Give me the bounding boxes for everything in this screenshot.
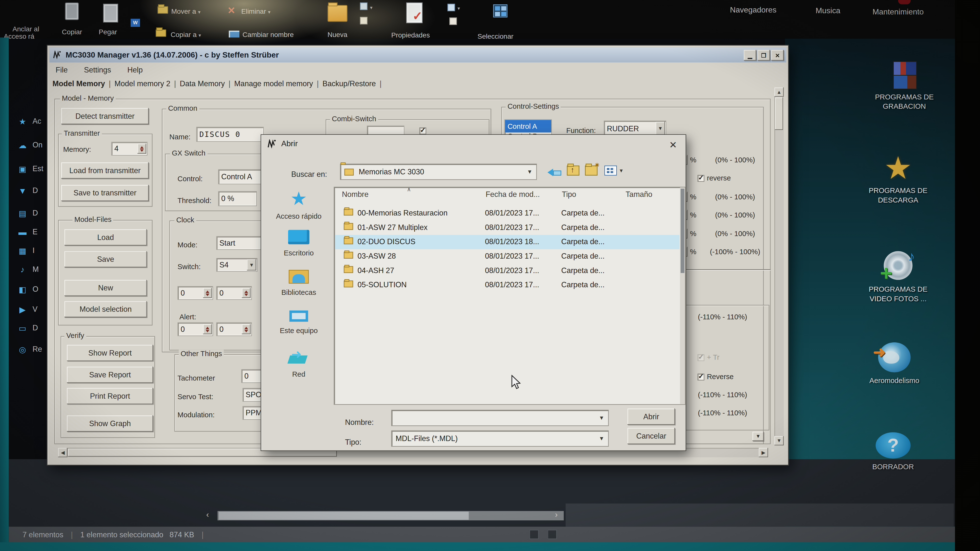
- explorer-nav-item-10[interactable]: ▭D: [18, 323, 38, 333]
- menu-settings[interactable]: Settings: [84, 66, 111, 75]
- save-report-button[interactable]: Save Report: [67, 367, 153, 383]
- tab-model-memory-2[interactable]: Model memory 2: [115, 79, 170, 88]
- scroll-up-icon[interactable]: ▲: [775, 87, 784, 97]
- explorer-nav-item-8[interactable]: ◧O: [18, 284, 38, 294]
- sidebar-item-este-equipo[interactable]: Este equipo: [266, 311, 331, 334]
- file-row-1[interactable]: 01-ASW 27 Multiplex08/01/2023 17...Carpe…: [335, 221, 679, 235]
- chevron-down-icon[interactable]: ▼: [655, 122, 665, 135]
- copy-to-button[interactable]: Copiar a ▾: [170, 30, 201, 38]
- look-in-dropdown[interactable]: Memorias MC 3030 ▼: [340, 164, 537, 180]
- rename-button[interactable]: Cambiar nombre: [243, 30, 294, 38]
- sidebar-item-escritorio[interactable]: Escritorio: [266, 230, 331, 257]
- combi-checkbox[interactable]: [420, 127, 426, 134]
- gx-control-dropdown[interactable]: Control A: [218, 169, 263, 184]
- file-row-2[interactable]: 02-DUO DISCUS08/01/2023 18...Carpeta de.…: [335, 235, 679, 249]
- desktop-icon-programas-de-video-fotos-[interactable]: ♪PROGRAMAS DEVIDEO FOTOS ...: [845, 251, 951, 304]
- hscroll-right-arrow[interactable]: ›: [555, 510, 558, 519]
- desktop-folder-musica[interactable]: Musica: [816, 6, 840, 15]
- app-titlebar[interactable]: MC3030 Manager v1.36 (14.07.2006) - c by…: [49, 48, 786, 62]
- explorer-nav-item-11[interactable]: ◎Re: [18, 344, 42, 354]
- control-list-selected[interactable]: Control A: [505, 120, 551, 132]
- gx-threshold-field[interactable]: 0 %: [218, 191, 257, 206]
- hscroll-left-arrow[interactable]: ‹: [206, 510, 209, 519]
- sidebar-item-red[interactable]: Red: [266, 351, 331, 378]
- menu-help[interactable]: Help: [127, 66, 143, 75]
- desktop-icon-programas-de-descarga[interactable]: ★PROGRAMAS DEDESCARGA: [845, 154, 951, 205]
- column-date[interactable]: Fecha de mod...: [485, 190, 540, 199]
- chevron-down-icon[interactable]: ▼: [247, 259, 256, 271]
- tab-model-memory[interactable]: Model Memory: [52, 79, 105, 88]
- select-button[interactable]: Seleccionar: [477, 33, 514, 40]
- back-icon[interactable]: [547, 167, 561, 176]
- explorer-nav-item-5[interactable]: ▬E: [18, 227, 38, 237]
- load-button[interactable]: Load: [64, 229, 147, 245]
- save-button[interactable]: Save: [64, 251, 147, 267]
- explorer-nav-item-6[interactable]: ▦I: [18, 246, 35, 256]
- model-selection-button[interactable]: Model selection: [64, 301, 147, 318]
- views-caret-icon[interactable]: ▼: [619, 168, 624, 174]
- dialog-close-icon[interactable]: ✕: [668, 140, 678, 150]
- scroll-right-icon[interactable]: ▶: [759, 448, 768, 457]
- scroll-down-icon[interactable]: ▼: [775, 436, 784, 445]
- name-field[interactable]: DISCUS 0: [196, 127, 264, 142]
- list-vscrollbar[interactable]: [680, 187, 685, 404]
- app-vscrollbar[interactable]: ▲ ▼: [775, 87, 784, 445]
- reverse-checkbox[interactable]: [697, 373, 705, 380]
- scroll-left-icon[interactable]: ◀: [58, 448, 67, 457]
- move-to-button[interactable]: Mover a ▾: [171, 8, 200, 15]
- show-report-button[interactable]: Show Report: [67, 345, 153, 361]
- desktop-folder-mantenimiento[interactable]: Mantenimiento: [872, 8, 924, 16]
- new-button[interactable]: Nueva: [328, 30, 347, 38]
- memory-spinner[interactable]: 4: [111, 142, 148, 156]
- new-button[interactable]: New: [64, 280, 147, 296]
- load-from-transmitter-button[interactable]: Load from transmitter: [61, 162, 149, 178]
- explorer-nav-item-2[interactable]: ▣Est: [18, 164, 43, 174]
- clock-alert-sec[interactable]: 0: [216, 322, 252, 336]
- menu-file[interactable]: File: [56, 66, 68, 75]
- desktop-icon-aeromodelismo[interactable]: Aeromodelismo: [841, 342, 948, 386]
- tab-manage-model-memory[interactable]: Manage model memory: [234, 79, 313, 88]
- column-name[interactable]: Nombre: [342, 190, 369, 199]
- minimize-button[interactable]: ▁: [744, 50, 756, 60]
- dialog-titlebar[interactable]: Abrir: [261, 135, 686, 152]
- clock-timer-sec[interactable]: 0: [216, 286, 252, 300]
- explorer-nav-item-9[interactable]: ▶V: [18, 304, 38, 314]
- clock-switch-dropdown[interactable]: S4 ▼: [216, 258, 258, 272]
- explorer-nav-item-4[interactable]: ▤D: [18, 208, 38, 218]
- file-row-0[interactable]: 00-Memorias Restauracion08/01/2023 17...…: [335, 206, 679, 221]
- function-dropdown[interactable]: RUDDER ▼: [604, 121, 666, 136]
- tab-data-memory[interactable]: Data Memory: [180, 79, 225, 88]
- chevron-down-icon[interactable]: ▼: [599, 415, 605, 421]
- filetype-dropdown[interactable]: MDL-Files (*.MDL) ▼: [391, 430, 609, 447]
- scroll-down-button[interactable]: ▼: [752, 432, 764, 441]
- desktop-icon-borrador[interactable]: BORRADOR: [840, 432, 947, 472]
- trim-checkbox[interactable]: [697, 354, 705, 361]
- file-row-4[interactable]: 04-ASH 2708/01/2023 17...Carpeta de...: [335, 264, 679, 278]
- desktop-icon-programas-de-grabacion[interactable]: PROGRAMAS DEGRABACION: [851, 61, 958, 111]
- show-graph-button[interactable]: Show Graph: [67, 415, 153, 432]
- clock-alert-min[interactable]: 0: [177, 322, 213, 336]
- reverse-checkbox[interactable]: [697, 175, 705, 181]
- clock-mode-field[interactable]: Start: [216, 236, 261, 250]
- copy-button[interactable]: Copiar: [62, 28, 82, 36]
- new-folder-icon[interactable]: [585, 165, 598, 176]
- clock-timer-min[interactable]: 0: [177, 286, 213, 300]
- explorer-nav-item-7[interactable]: ♪M: [18, 264, 39, 274]
- sidebar-item-acceso-r-pido[interactable]: ★Acceso rápido: [266, 190, 331, 220]
- view-list-button[interactable]: [530, 530, 539, 539]
- paste-button[interactable]: Pegar: [99, 28, 117, 36]
- delete-button[interactable]: Eliminar ▾: [241, 8, 270, 15]
- sidebar-item-bibliotecas[interactable]: Bibliotecas: [266, 270, 331, 296]
- properties-button[interactable]: Propiedades: [391, 31, 430, 39]
- column-type[interactable]: Tipo: [562, 190, 576, 199]
- close-button[interactable]: ✕: [771, 50, 784, 60]
- tab-backup-restore[interactable]: Backup/Restore: [323, 79, 376, 88]
- desktop-folder-navegadores[interactable]: Navegadores: [730, 6, 776, 14]
- views-icon[interactable]: [605, 165, 617, 176]
- file-row-3[interactable]: 03-ASW 2808/01/2023 17...Carpeta de...: [335, 249, 679, 264]
- column-size[interactable]: Tamaño: [626, 190, 652, 199]
- explorer-nav-item-0[interactable]: ★Ac: [18, 116, 41, 126]
- detect-transmitter-button[interactable]: Detect transmitter: [61, 108, 149, 124]
- chevron-down-icon[interactable]: ▼: [599, 435, 605, 442]
- print-report-button[interactable]: Print Report: [67, 388, 153, 404]
